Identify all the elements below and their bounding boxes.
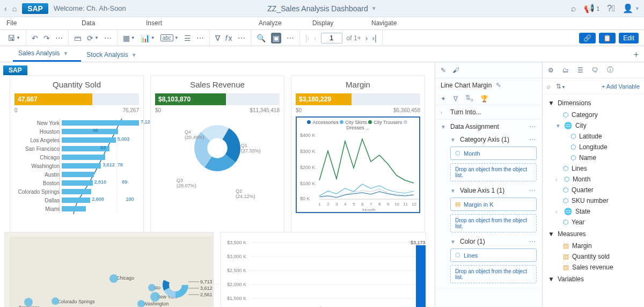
section-dimensions[interactable]: ▼Dimensions (545, 97, 642, 109)
menu-display[interactable]: Display (306, 17, 365, 30)
card-column-chart[interactable]: $3,500 K $3,000 K $2,500 K $2,000 K $1,5… (220, 232, 426, 307)
dim-year[interactable]: ⬡Year (545, 217, 642, 228)
section-measures[interactable]: ▼Measures (545, 228, 642, 240)
meas-revenue[interactable]: ▤Sales revenue (545, 262, 642, 273)
dim-category[interactable]: ⬡Category (545, 109, 642, 120)
insert-chart-icon[interactable]: 📊▼ (141, 34, 155, 42)
more-display-icon[interactable]: ⋯ (287, 34, 294, 42)
slot-category-axis[interactable]: ⬡Month (450, 147, 537, 160)
chevron-down-icon[interactable]: ▼ (131, 52, 137, 58)
filter-icon[interactable]: ∇ (453, 95, 458, 103)
clipboard-button[interactable]: 📋 (599, 33, 616, 43)
more-icon[interactable]: ⋯ (529, 136, 537, 143)
more-icon[interactable]: ⋯ (529, 123, 537, 130)
insert-section-icon[interactable]: ☰ (184, 34, 191, 42)
last-page-icon[interactable]: ›| (372, 34, 376, 42)
more-icon[interactable]: ⋯ (529, 238, 537, 245)
next-page-icon[interactable]: › (365, 34, 368, 42)
announcement-icon[interactable]: 📢1 (584, 3, 599, 13)
more-icon[interactable]: ⋯ (55, 34, 63, 42)
format-icon[interactable]: 🖌 (452, 67, 459, 74)
dim-month[interactable]: ›⬡Month (545, 174, 642, 185)
svg-text:5: 5 (353, 202, 355, 207)
menu-data[interactable]: Data (75, 17, 140, 30)
search-icon[interactable]: ⌕ (547, 83, 551, 90)
dim-city[interactable]: ▼🌐City (545, 120, 642, 131)
dim-sku[interactable]: ⬡SKU number (545, 195, 642, 206)
more-icon[interactable]: ⋯ (529, 187, 537, 194)
line-chart-margin[interactable]: Accessories City Skirts City Trousers Dr… (296, 116, 420, 213)
dropzone-category[interactable]: Drop an object from the object list. (450, 163, 537, 181)
more-insert-icon[interactable]: ⋯ (196, 34, 204, 42)
rank-icon[interactable]: 🏆 (480, 95, 488, 103)
slot-value-axis[interactable]: ▤Margin in K (450, 198, 537, 211)
first-page-icon[interactable]: |‹ (305, 34, 310, 42)
category-axis-header[interactable]: ▼Category Axis (1) ⋯ (450, 136, 537, 143)
prev-page-icon[interactable]: ‹ (314, 34, 317, 42)
more-data-icon[interactable]: ⋯ (104, 34, 112, 42)
insert-text-icon[interactable]: abc▼ (160, 34, 179, 41)
formula-icon[interactable]: fx (225, 34, 232, 42)
value-axis-header[interactable]: ▼Value Axis 1 (1) ⋯ (450, 187, 537, 194)
slot-color[interactable]: ⬡Lines (450, 248, 537, 262)
help-icon[interactable]: ?⃝ (607, 4, 615, 13)
tab-stock-analysis[interactable]: Stock Analysis▼ (81, 48, 149, 62)
build-icon[interactable]: ✎ (441, 67, 446, 74)
more-analyze-icon[interactable]: ⋯ (238, 34, 245, 42)
filter-icon[interactable]: ∇ (215, 34, 220, 42)
edit-button[interactable]: Edit (619, 33, 639, 43)
svg-rect-25 (9, 237, 213, 307)
edit-title-icon[interactable]: ✎ (496, 82, 501, 89)
data-source-icon[interactable]: 🗃 (74, 34, 82, 42)
list-view-icon[interactable]: ☰ (577, 67, 583, 74)
dim-quarter[interactable]: ⬡Quarter (545, 185, 642, 195)
page-input[interactable] (321, 33, 342, 43)
info-icon[interactable]: ⓘ (607, 65, 613, 75)
turn-into-header[interactable]: ›Turn Into... (435, 105, 542, 119)
sort-icon[interactable]: ⇅▼ (556, 83, 566, 90)
dropzone-color[interactable]: Drop an object from the object list. (450, 265, 537, 283)
menu-insert[interactable]: Insert (140, 17, 252, 30)
settings-icon[interactable]: ⚙ (548, 67, 554, 74)
add-variable-button[interactable]: + Add Variable (602, 83, 640, 90)
svg-text:9: 9 (387, 202, 390, 207)
back-icon[interactable]: ‹ (4, 4, 7, 13)
zoom-icon[interactable]: 🔍 (257, 34, 266, 42)
insert-table-icon[interactable]: ▦▼ (123, 34, 135, 42)
chevron-down-icon[interactable]: ▼ (63, 50, 68, 56)
redo-icon[interactable]: ↷ (43, 34, 50, 42)
document-title[interactable]: ZZ_Sales Analysis Dashboard ▼ (267, 4, 376, 13)
comment-icon[interactable]: 🗨 (592, 67, 598, 74)
structure-mode-icon[interactable]: ▣ (271, 33, 281, 43)
user-menu-icon[interactable]: 👤▼ (623, 3, 640, 13)
dim-longitude[interactable]: ⬡Longitude (545, 142, 642, 152)
search-icon[interactable]: ⌕ (571, 4, 576, 13)
refresh-icon[interactable]: ⟳▼ (87, 34, 99, 42)
report-tab-bar: Sales Analysis▼ Stock Analysis▼ + (0, 46, 644, 62)
tree-view-icon[interactable]: 🗂 (562, 67, 569, 74)
dropzone-value[interactable]: Drop an object from the object list. (450, 214, 537, 232)
color-header[interactable]: ▼Color (1) ⋯ (450, 238, 537, 245)
dim-latitude[interactable]: ⬡Latitude (545, 131, 642, 142)
card-map[interactable]: Chicago sto New York Washington Colorado… (4, 232, 214, 307)
menu-file[interactable]: File (0, 17, 75, 30)
report-canvas[interactable]: SAP Quantity Sold 47,667 076,267 New Yor… (0, 62, 435, 307)
meas-quantity[interactable]: ▤Quantity sold (545, 251, 642, 262)
wand-icon[interactable]: ✦ (441, 95, 446, 103)
dim-lines[interactable]: ⬡Lines (545, 163, 642, 174)
data-assignment-header[interactable]: ▼Data Assignment ⋯ (435, 120, 542, 134)
home-icon[interactable]: ⌂ (12, 4, 17, 13)
sort-icon[interactable]: ⇅0 (465, 94, 473, 103)
page-of-label: of 1+ (347, 34, 361, 42)
dim-state[interactable]: ›🌐State (545, 206, 642, 217)
save-icon[interactable]: 🖫▼ (8, 34, 20, 42)
add-tab-button[interactable]: + (634, 50, 639, 60)
tab-sales-analysis[interactable]: Sales Analysis▼ (13, 46, 81, 62)
meas-margin[interactable]: ▤Margin (545, 240, 642, 251)
section-variables[interactable]: ▼Variables (545, 273, 642, 286)
undo-icon[interactable]: ↶ (32, 34, 38, 42)
menu-analyze[interactable]: Analyze (252, 17, 306, 30)
link-tool-button[interactable]: 🔗 (579, 33, 596, 43)
menu-navigate[interactable]: Navigate (365, 17, 440, 30)
dim-name[interactable]: ⬡Name (545, 152, 642, 163)
